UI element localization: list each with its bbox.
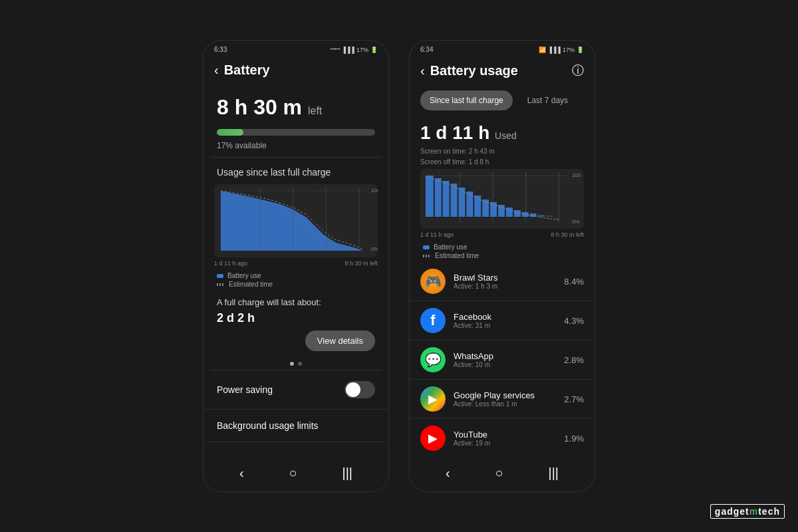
- nav-recent-2[interactable]: |||: [537, 463, 569, 483]
- view-details-row: View details: [203, 331, 388, 358]
- svg-rect-22: [514, 210, 521, 217]
- chart-legend-2: Battery use Estimated time: [410, 241, 595, 262]
- app-info-youtube: YouTube Active: 19 m: [454, 430, 556, 447]
- app-info-gplay: Google Play services Active: Less than 1…: [454, 390, 556, 408]
- chart-right-label-1: 8 h 30 m left: [344, 260, 378, 267]
- nav-home-2[interactable]: ○: [484, 463, 513, 483]
- signal-icon: ▐▐▐: [342, 47, 354, 53]
- battery-percent-icon: 17%: [356, 47, 368, 53]
- svg-rect-26: [545, 215, 552, 217]
- background-usage-item[interactable]: Background usage limits: [203, 410, 388, 442]
- legend-battery-2: Battery use: [423, 243, 581, 251]
- nav-bar-1: ‹ ○ |||: [203, 455, 388, 491]
- usage-section-title: Usage since last full charge: [203, 158, 388, 184]
- view-details-button[interactable]: View details: [305, 331, 375, 351]
- watermark-m: m: [749, 506, 758, 517]
- back-button-2[interactable]: ‹: [420, 63, 425, 78]
- app-percent-facebook: 4.3%: [564, 316, 584, 326]
- app-icon-youtube: ▶: [420, 426, 446, 451]
- app-item-brawlstars[interactable]: 🎮 Brawl Stars Active: 1 h 3 m 8.4%: [410, 262, 595, 301]
- battery-title: Battery: [224, 63, 378, 78]
- legend-estimated-dot-2: [423, 255, 431, 257]
- nav-back-2[interactable]: ‹: [435, 463, 461, 483]
- info-icon[interactable]: ⓘ: [572, 63, 584, 78]
- legend-battery-dot-1: [217, 274, 223, 278]
- legend-estimated-dot-1: [217, 283, 225, 286]
- watermark-tech: tech: [758, 506, 780, 517]
- usage-hours: 1 d 11 h: [420, 122, 489, 143]
- battery-time-section: 8 h 30 m left: [203, 84, 388, 122]
- chart-left-2: 1 d 11 h ago: [420, 231, 454, 238]
- legend-battery-label-2: Battery use: [434, 243, 467, 251]
- app-name-youtube: YouTube: [454, 430, 556, 440]
- usage-title: Battery usage: [430, 63, 572, 78]
- legend-battery-1: Battery use: [217, 272, 375, 279]
- nav-home-1[interactable]: ○: [278, 463, 307, 483]
- tab-last-7-days[interactable]: Last 7 days: [518, 90, 577, 110]
- svg-rect-12: [435, 178, 442, 217]
- app-name-whatsapp: WhatsApp: [454, 351, 556, 361]
- status-icons-1: 𝄩𝄩 ▐▐▐ 17% 🔋: [331, 46, 378, 53]
- power-saving-item[interactable]: Power saving: [203, 370, 388, 410]
- chart-legend-1: Battery use Estimated time: [203, 269, 388, 291]
- phone-battery: 6:33 𝄩𝄩 ▐▐▐ 17% 🔋 ‹ Battery 8 h 30 m lef…: [203, 40, 389, 492]
- svg-text:0%: 0%: [572, 219, 579, 225]
- app-active-brawlstars: Active: 1 h 3 m: [454, 283, 556, 290]
- status-bar-2: 6:34 📶 ▐▐▐ 17% 🔋: [410, 41, 595, 56]
- battery-available: 17% available: [203, 138, 388, 157]
- tab-since-charge[interactable]: Since last full charge: [420, 90, 513, 110]
- full-charge-label: A full charge will last about:: [203, 291, 388, 310]
- app-item-whatsapp[interactable]: 💬 WhatsApp Active: 10 m 2.8%: [410, 340, 595, 380]
- dot-2: [298, 362, 302, 366]
- tab-bar: Since last full charge Last 7 days: [410, 85, 595, 116]
- battery-icon-2: 🔋: [577, 47, 584, 53]
- app-icon-brawlstars: 🎮: [420, 269, 446, 294]
- back-button-1[interactable]: ‹: [214, 63, 219, 78]
- nav-recent-1[interactable]: |||: [331, 463, 363, 483]
- wifi-icon-2: 📶: [539, 47, 546, 53]
- battery-time-display: 8 h 30 m left: [217, 95, 375, 120]
- chart-labels-1: 1 d 11 h ago 8 h 30 m left: [203, 257, 388, 269]
- app-name-brawlstars: Brawl Stars: [454, 273, 556, 283]
- usage-sub-info: Screen on time: 2 h 43 m Screen off time…: [410, 145, 595, 169]
- app-active-youtube: Active: 19 m: [454, 440, 556, 447]
- app-name-facebook: Facebook: [454, 312, 556, 322]
- app-item-facebook[interactable]: f Facebook Active: 31 m 4.3%: [410, 301, 595, 340]
- battery-icon: 🔋: [370, 47, 378, 53]
- svg-text:100: 100: [572, 172, 581, 178]
- app-info-brawlstars: Brawl Stars Active: 1 h 3 m: [454, 273, 556, 290]
- svg-marker-3: [221, 191, 362, 251]
- app-active-gplay: Active: Less than 1 m: [454, 400, 556, 408]
- signal-icon-2: ▐▐▐: [548, 47, 561, 53]
- screen-on-text: Screen on time: 2 h 43 m: [420, 146, 584, 157]
- status-bar-1: 6:33 𝄩𝄩 ▐▐▐ 17% 🔋: [203, 41, 388, 56]
- battery-left-label: left: [308, 105, 322, 116]
- watermark-gadget: gadget: [715, 506, 749, 517]
- legend-estimated-1: Estimated time: [217, 281, 375, 288]
- screen-off-text: Screen off time: 1 d 8 h: [420, 157, 584, 168]
- status-time-1: 6:33: [214, 46, 227, 53]
- svg-text:0%: 0%: [371, 246, 378, 252]
- app-item-gplay[interactable]: ▶ Google Play services Active: Less than…: [410, 380, 595, 419]
- app-item-youtube[interactable]: ▶ YouTube Active: 19 m 1.9%: [410, 419, 595, 455]
- background-usage-label: Background usage limits: [217, 420, 319, 431]
- battery-hours: 8 h 30 m: [217, 95, 302, 119]
- usage-time-section: 1 d 11 h Used: [410, 116, 595, 145]
- page-dots: [203, 358, 388, 370]
- app-percent-whatsapp: 2.8%: [564, 355, 584, 365]
- app-info-whatsapp: WhatsApp Active: 10 m: [454, 351, 556, 368]
- battery-bar: [217, 129, 375, 136]
- battery-chart-2: 100 0%: [420, 169, 584, 229]
- battery-chart-1: 100 0%: [214, 184, 378, 257]
- used-label: Used: [495, 130, 517, 141]
- phone-battery-usage: 6:34 📶 ▐▐▐ 17% 🔋 ‹ Battery usage ⓘ Since…: [409, 40, 595, 492]
- svg-rect-14: [451, 184, 458, 217]
- app-icon-whatsapp: 💬: [420, 347, 446, 372]
- status-icons-2: 📶 ▐▐▐ 17% 🔋: [539, 47, 584, 53]
- nav-back-1[interactable]: ‹: [229, 463, 255, 483]
- app-active-facebook: Active: 31 m: [454, 322, 556, 329]
- app-percent-youtube: 1.9%: [564, 434, 584, 444]
- power-saving-toggle[interactable]: [344, 381, 375, 398]
- app-name-gplay: Google Play services: [454, 390, 556, 400]
- usage-header: ‹ Battery usage ⓘ: [410, 56, 595, 85]
